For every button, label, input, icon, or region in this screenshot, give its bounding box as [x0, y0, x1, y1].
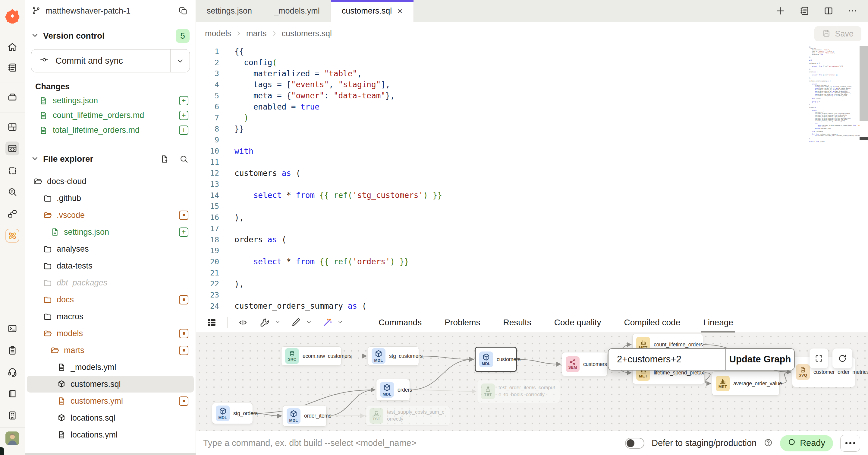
clipboard-icon[interactable]: [5, 343, 19, 357]
new-file-button[interactable]: [159, 153, 170, 165]
lineage-node-sem_customers[interactable]: SEM customers: [562, 352, 608, 376]
tree-item-data-tests[interactable]: data-tests: [27, 257, 194, 274]
panel-tab-Compiled code[interactable]: Compiled code: [624, 312, 680, 333]
panel-tab-Lineage[interactable]: Lineage: [703, 312, 733, 333]
code-line[interactable]: 9: [196, 135, 868, 146]
flow-icon[interactable]: [5, 207, 19, 221]
new-tab-button[interactable]: [774, 4, 786, 17]
update-graph-button[interactable]: Update Graph: [725, 349, 794, 370]
tree-item-_models.yml[interactable]: _models.yml: [27, 359, 194, 376]
tab-_models.yml[interactable]: _models.yml: [263, 0, 331, 22]
breadcrumb-item[interactable]: marts: [246, 29, 267, 38]
lineage-node-stg_customers[interactable]: MDL stg_customers: [368, 346, 419, 366]
modified-indicator[interactable]: [179, 295, 188, 305]
panel-tab-Code quality[interactable]: Code quality: [554, 312, 601, 333]
code-line[interactable]: 18 orders as (: [196, 234, 868, 245]
frame-select-icon[interactable]: [5, 164, 19, 178]
tab-overflow-button[interactable]: [846, 4, 859, 17]
tab-customers.sql[interactable]: customers.sql ×: [331, 0, 414, 22]
commit-and-sync-button[interactable]: Commit and sync: [31, 49, 190, 73]
more-options-button[interactable]: [840, 435, 860, 452]
notebook-view-button[interactable]: [798, 4, 811, 17]
lineage-node-met_aov[interactable]: MET average_order_value: [712, 371, 780, 396]
modified-indicator[interactable]: [179, 329, 188, 338]
lineage-node-stg_orders[interactable]: MDL stg_orders: [212, 403, 253, 424]
scrollbar-thumb[interactable]: [860, 46, 868, 121]
code-line[interactable]: 11: [196, 157, 868, 168]
modified-indicator[interactable]: [179, 346, 188, 355]
version-control-header[interactable]: Version control 5: [25, 26, 195, 46]
building-icon[interactable]: [5, 408, 19, 422]
dashboard-icon[interactable]: [5, 120, 19, 134]
editor-minimap[interactable]: {{ config( materialized = "table", tags …: [809, 47, 860, 143]
code-preview-button[interactable]: [237, 316, 249, 329]
notebook-icon[interactable]: [5, 61, 19, 75]
copy-branch-button[interactable]: [178, 5, 189, 17]
split-editor-button[interactable]: [822, 4, 835, 17]
code-line[interactable]: 13: [196, 179, 868, 190]
book-icon[interactable]: [5, 387, 19, 401]
tree-item-docs-cloud[interactable]: docs-cloud: [27, 173, 194, 190]
model-selector-input[interactable]: [609, 349, 725, 370]
search-files-button[interactable]: [178, 153, 190, 165]
tree-item-customers.yml[interactable]: customers.yml: [27, 393, 194, 409]
defer-toggle[interactable]: [625, 438, 644, 449]
build-menu-button[interactable]: [258, 316, 271, 329]
tree-item-locations.yml[interactable]: locations.yml: [27, 426, 194, 443]
lineage-refresh-button[interactable]: [832, 348, 852, 368]
tree-item-settings.json[interactable]: settings.json: [27, 224, 194, 240]
changed-file-row[interactable]: settings.json: [25, 93, 195, 108]
help-icon[interactable]: [764, 438, 773, 448]
modified-indicator[interactable]: [179, 396, 188, 406]
stage-file-button[interactable]: [179, 96, 188, 105]
tree-item-docs[interactable]: docs: [27, 291, 194, 308]
save-button[interactable]: Save: [814, 26, 861, 41]
code-line[interactable]: 23: [196, 289, 868, 301]
code-line[interactable]: 7 ): [196, 112, 868, 123]
code-line[interactable]: 16 ),: [196, 212, 868, 223]
headset-icon[interactable]: [5, 365, 19, 379]
lineage-node-tst_supply[interactable]: TST test_supply_costs_sum_correctly: [366, 406, 450, 426]
lineage-node-src_raw_customers[interactable]: SRC ecom.raw_customers: [281, 346, 341, 366]
lineage-node-tst_order_items[interactable]: TST test_order_items_compute_to_bools_co…: [477, 379, 560, 403]
stage-file-button[interactable]: [179, 227, 188, 237]
commit-options-caret[interactable]: [170, 50, 190, 72]
tree-item-customers.sql[interactable]: customers.sql: [27, 376, 194, 393]
dbt-logo[interactable]: [5, 8, 20, 24]
archive-icon[interactable]: [5, 90, 19, 104]
chevron-down-icon[interactable]: [337, 319, 343, 326]
results-table-button[interactable]: [205, 316, 218, 329]
code-line[interactable]: 6 enabled = true: [196, 101, 868, 112]
tree-item-analyses[interactable]: analyses: [27, 240, 194, 257]
tree-item-.github[interactable]: .github: [27, 190, 194, 207]
modified-indicator[interactable]: [179, 210, 188, 220]
tree-item-macros[interactable]: macros: [27, 308, 194, 325]
editor-scrollbar[interactable]: [860, 45, 868, 312]
code-line[interactable]: 24 customer_orders_summary as (: [196, 301, 868, 312]
panel-tab-Problems[interactable]: Problems: [444, 312, 480, 333]
dbt-assist-icon[interactable]: [5, 229, 19, 243]
user-avatar[interactable]: [5, 431, 19, 445]
lineage-node-orders[interactable]: MDL orders: [376, 379, 410, 401]
lineage-node-customers[interactable]: MDL customers: [475, 347, 517, 372]
code-line[interactable]: 17: [196, 223, 868, 234]
lineage-node-order_items[interactable]: MDL order_items: [283, 405, 327, 427]
code-editor-icon[interactable]: [5, 142, 19, 155]
lineage-canvas[interactable]: SRC ecom.raw_customers MDL stg_customers…: [196, 333, 868, 431]
command-input[interactable]: [203, 438, 625, 448]
tree-item-.vscode[interactable]: .vscode: [27, 207, 194, 224]
changed-file-row[interactable]: count_lifetime_orders.md: [25, 108, 195, 123]
ai-assist-button[interactable]: [321, 316, 334, 329]
tree-item-locations.sql[interactable]: locations.sql: [27, 409, 194, 426]
stage-file-button[interactable]: [179, 111, 188, 120]
chevron-down-icon[interactable]: [306, 319, 312, 326]
code-line[interactable]: 10 with: [196, 145, 868, 157]
format-menu-button[interactable]: [290, 316, 302, 329]
code-line[interactable]: 12 customers as (: [196, 168, 868, 179]
stage-file-button[interactable]: [179, 125, 188, 135]
tree-item-marts[interactable]: marts: [27, 342, 194, 359]
breadcrumb-item[interactable]: models: [205, 29, 231, 38]
code-line[interactable]: 22 ),: [196, 278, 868, 289]
code-line[interactable]: 8 }}: [196, 123, 868, 135]
file-explorer-header[interactable]: File explorer: [25, 149, 195, 169]
